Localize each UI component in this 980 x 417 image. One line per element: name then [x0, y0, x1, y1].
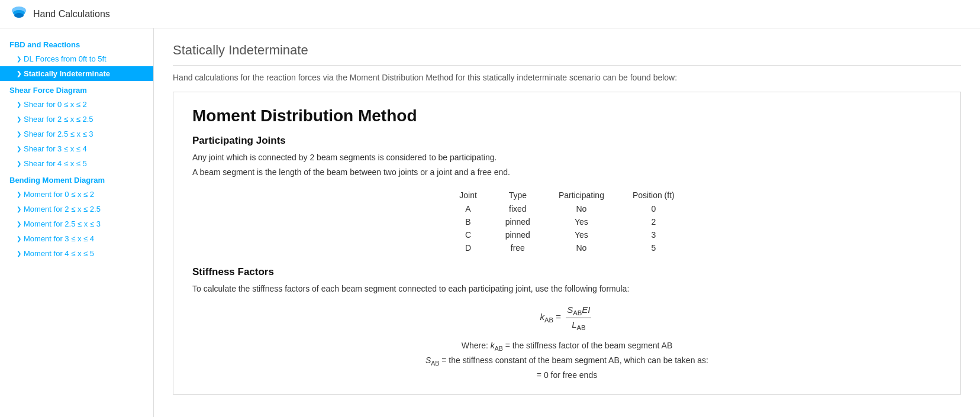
- sidebar-item-dl-forces[interactable]: ❯ DL Forces from 0ft to 5ft: [0, 51, 153, 66]
- chevron-icon: ❯: [17, 235, 21, 242]
- table-cell: No: [544, 241, 618, 254]
- sidebar-item-shear-0-2[interactable]: ❯ Shear for 0 ≤ x ≤ 2: [0, 97, 153, 112]
- sidebar-item-label: Moment for 4 ≤ x ≤ 5: [24, 249, 94, 258]
- col-joint: Joint: [445, 188, 491, 202]
- sidebar-item-shear-25-3[interactable]: ❯ Shear for 2.5 ≤ x ≤ 3: [0, 127, 153, 141]
- sidebar-item-moment-0-2[interactable]: ❯ Moment for 0 ≤ x ≤ 2: [0, 187, 153, 202]
- table-cell: No: [544, 202, 618, 215]
- formula-desc-2: SAB = the stiffness constant of the beam…: [192, 355, 942, 367]
- sidebar-item-label: Shear for 2 ≤ x ≤ 2.5: [24, 115, 94, 124]
- sidebar-section-bending[interactable]: Bending Moment Diagram: [0, 171, 153, 187]
- formula-numerator: SABEI: [566, 305, 591, 318]
- formula-denominator: LAB: [570, 318, 586, 331]
- joints-table: Joint Type Participating Position (ft) A…: [445, 188, 688, 254]
- table-cell: pinned: [491, 215, 544, 228]
- table-row: DfreeNo5: [445, 241, 688, 254]
- sidebar-item-label: Moment for 2.5 ≤ x ≤ 3: [24, 219, 101, 228]
- table-row: CpinnedYes3: [445, 228, 688, 241]
- table-cell: B: [445, 215, 491, 228]
- sidebar-item-label: DL Forces from 0ft to 5ft: [24, 54, 107, 63]
- main-content: Statically Indeterminate Hand calculatio…: [154, 28, 980, 417]
- sidebar: FBD and Reactions ❯ DL Forces from 0ft t…: [0, 28, 154, 417]
- formula-lhs: kAB =: [540, 312, 564, 322]
- sidebar-item-label: Shear for 2.5 ≤ x ≤ 3: [24, 130, 94, 138]
- svg-point-2: [14, 13, 24, 18]
- sidebar-item-moment-25-3[interactable]: ❯ Moment for 2.5 ≤ x ≤ 3: [0, 216, 153, 231]
- table-cell: Yes: [544, 215, 618, 228]
- app-title: Hand Calculations: [33, 9, 110, 20]
- formula-desc-1: Where: kAB = the stiffness factor of the…: [192, 341, 942, 352]
- stiffness-description: To calculate the stiffness factors of ea…: [192, 283, 942, 295]
- chevron-icon: ❯: [17, 101, 21, 108]
- participating-joints-desc1: Any joint which is connected by 2 beam s…: [192, 151, 942, 164]
- skyciv-logo: [9, 5, 28, 24]
- sidebar-section-fbd[interactable]: FBD and Reactions: [0, 35, 153, 51]
- sidebar-item-label: Moment for 2 ≤ x ≤ 2.5: [24, 205, 101, 214]
- sidebar-item-label: Shear for 0 ≤ x ≤ 2: [24, 100, 87, 109]
- sidebar-item-label: Moment for 3 ≤ x ≤ 4: [24, 234, 94, 243]
- chevron-icon: ❯: [17, 146, 21, 152]
- table-cell: 3: [618, 228, 689, 241]
- method-title: Moment Distribution Method: [192, 106, 942, 125]
- stiffness-section: Stiffness Factors To calculate the stiff…: [192, 266, 942, 380]
- sidebar-item-moment-3-4[interactable]: ❯ Moment for 3 ≤ x ≤ 4: [0, 231, 153, 246]
- table-cell: fixed: [491, 202, 544, 215]
- sidebar-item-shear-4-5[interactable]: ❯ Shear for 4 ≤ x ≤ 5: [0, 156, 153, 171]
- stiffness-heading: Stiffness Factors: [192, 266, 942, 278]
- participating-joints-heading: Participating Joints: [192, 135, 942, 147]
- table-header-row: Joint Type Participating Position (ft): [445, 188, 688, 202]
- chevron-icon: ❯: [17, 206, 21, 212]
- table-cell: D: [445, 241, 491, 254]
- table-cell: free: [491, 241, 544, 254]
- chevron-icon: ❯: [17, 250, 21, 257]
- table-row: AfixedNo0: [445, 202, 688, 215]
- sidebar-item-shear-2-25[interactable]: ❯ Shear for 2 ≤ x ≤ 2.5: [0, 112, 153, 127]
- chevron-icon: ❯: [17, 116, 21, 122]
- sidebar-item-label: Moment for 0 ≤ x ≤ 2: [24, 190, 94, 199]
- sidebar-item-shear-3-4[interactable]: ❯ Shear for 3 ≤ x ≤ 4: [0, 141, 153, 156]
- table-row: BpinnedYes2: [445, 215, 688, 228]
- page-subtitle: Hand calculations for the reaction force…: [173, 65, 961, 82]
- chevron-icon: ❯: [17, 160, 21, 167]
- sidebar-item-label: Shear for 3 ≤ x ≤ 4: [24, 144, 87, 153]
- table-cell: Yes: [544, 228, 618, 241]
- layout: FBD and Reactions ❯ DL Forces from 0ft t…: [0, 28, 980, 417]
- table-cell: pinned: [491, 228, 544, 241]
- logo-container: Hand Calculations: [9, 5, 110, 24]
- table-cell: 0: [618, 202, 689, 215]
- table-cell: 2: [618, 215, 689, 228]
- col-type: Type: [491, 188, 544, 202]
- sidebar-item-statically-indeterminate[interactable]: ❯ Statically Indeterminate: [0, 66, 153, 81]
- participating-joints-desc2: A beam segment is the length of the beam…: [192, 166, 942, 179]
- sidebar-section-shear[interactable]: Shear Force Diagram: [0, 81, 153, 97]
- sidebar-item-moment-4-5[interactable]: ❯ Moment for 4 ≤ x ≤ 5: [0, 246, 153, 261]
- sidebar-item-label: Shear for 4 ≤ x ≤ 5: [24, 159, 87, 168]
- chevron-icon: ❯: [17, 221, 21, 227]
- table-cell: C: [445, 228, 491, 241]
- formula-fraction: SABEI LAB: [566, 305, 591, 331]
- header: Hand Calculations: [0, 0, 980, 28]
- col-participating: Participating: [544, 188, 618, 202]
- chevron-icon: ❯: [17, 191, 21, 198]
- sidebar-item-moment-2-25[interactable]: ❯ Moment for 2 ≤ x ≤ 2.5: [0, 202, 153, 216]
- chevron-icon: ❯: [17, 70, 21, 77]
- stiffness-formula: kAB = SABEI LAB: [192, 305, 942, 331]
- sidebar-item-label: Statically Indeterminate: [24, 69, 110, 78]
- table-cell: 5: [618, 241, 689, 254]
- page-title: Statically Indeterminate: [173, 43, 961, 58]
- col-position: Position (ft): [618, 188, 689, 202]
- table-cell: A: [445, 202, 491, 215]
- chevron-icon: ❯: [17, 131, 21, 137]
- chevron-icon: ❯: [17, 56, 21, 62]
- formula-desc-3: = 0 for free ends: [192, 370, 942, 380]
- content-box: Moment Distribution Method Participating…: [173, 92, 961, 395]
